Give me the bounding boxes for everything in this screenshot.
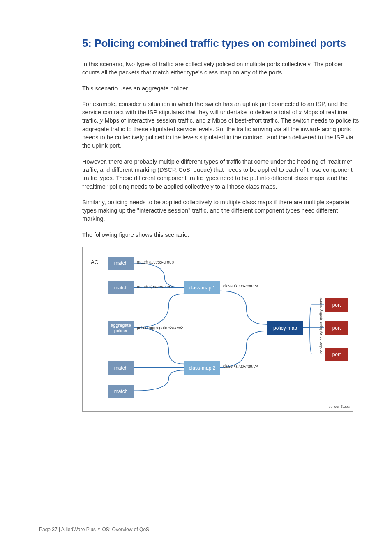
match-box-1: match	[108, 257, 134, 270]
port-box-3: port	[325, 348, 348, 361]
paragraph-2: This scenario uses an aggregate policer.	[82, 84, 359, 92]
port-box-1: port	[325, 298, 348, 312]
paragraph-6: The following figure shows this scenario…	[82, 231, 359, 239]
classmap-1-box: class-map 1	[184, 281, 220, 294]
paragraph-4: However, there are probably multiple dif…	[82, 157, 359, 191]
acl-label: ACL	[91, 259, 101, 265]
match-box-4: match	[108, 385, 134, 398]
label-match-parameter: match <parameter>	[137, 284, 173, 289]
paragraph-5: Similarly, policing needs to be applied …	[82, 198, 359, 223]
aggregate-policer-box: aggregatepolicer	[108, 321, 134, 335]
classmap-2-box: class-map 2	[184, 361, 220, 375]
paragraph-3: For example, consider a situation in whi…	[82, 100, 359, 150]
match-box-3: match	[108, 361, 134, 375]
label-police-aggregate: police aggregate <name>	[137, 326, 183, 330]
page-footer: Page 37 | AlliedWare Plus™ OS: Overview …	[39, 524, 353, 532]
label-service-policy: service-policy input <policy-name>	[319, 297, 323, 354]
label-class-1: class <map-name>	[223, 284, 258, 288]
diagram-filename: policer-5.eps	[328, 405, 350, 409]
port-box-2: port	[325, 321, 348, 335]
label-class-2: class <map-name>	[223, 364, 258, 368]
policymap-box: policy-map	[267, 321, 303, 335]
page-title: 5: Policing combined traffic types on co…	[82, 37, 359, 50]
scenario-diagram: ACL match match aggregatepolicer match m…	[82, 247, 353, 412]
match-box-2: match	[108, 281, 134, 294]
label-match-access-group: match access-group	[137, 260, 174, 264]
paragraph-1: In this scenario, two types of traffic a…	[82, 60, 359, 77]
